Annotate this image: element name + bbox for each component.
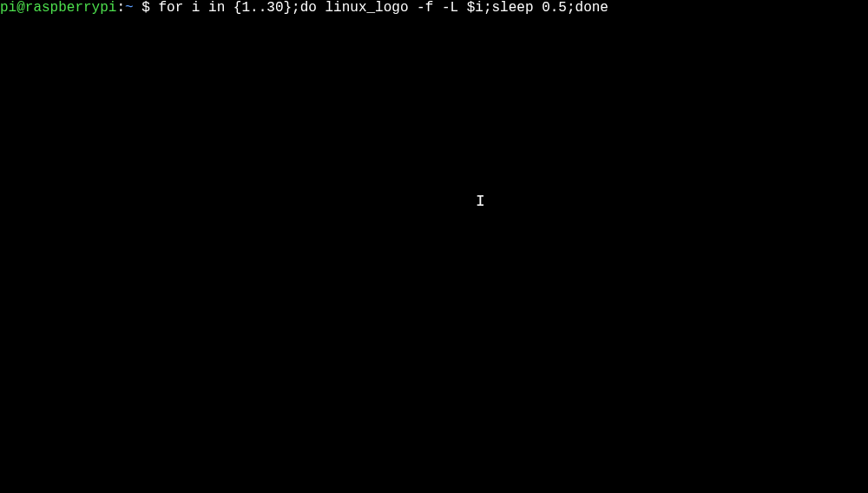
text-cursor-icon: I	[476, 193, 485, 212]
terminal-window[interactable]: pi@raspberrypi:~ $ for i in {1..30};do l…	[0, 0, 868, 493]
prompt-path: ~	[125, 0, 134, 16]
command-text: for i in {1..30};do linux_logo -f -L $i;…	[158, 0, 608, 16]
prompt-symbol: $	[134, 0, 159, 16]
prompt-separator: :	[116, 0, 125, 16]
prompt-line: pi@raspberrypi:~ $ for i in {1..30};do l…	[0, 0, 868, 16]
prompt-user-host: pi@raspberrypi	[0, 0, 116, 16]
